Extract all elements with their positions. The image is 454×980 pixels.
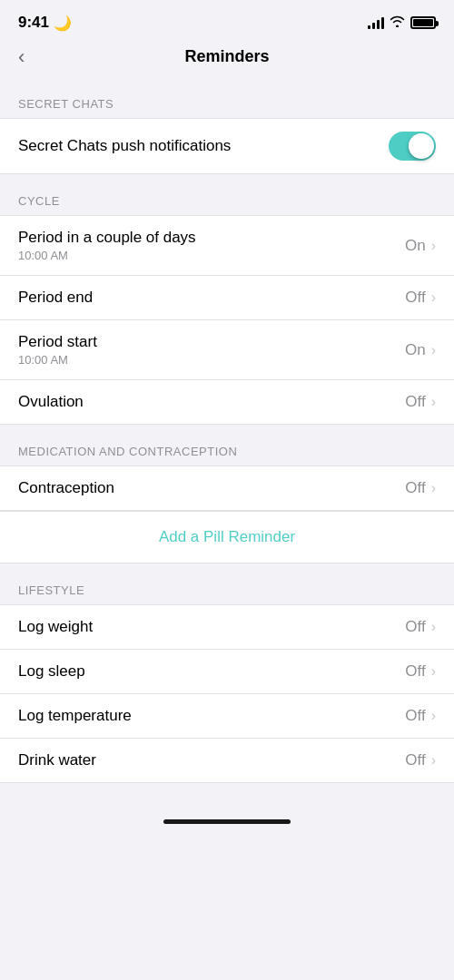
row-value: Off: [405, 289, 425, 307]
section-body-lifestyle: Log weight Off › Log sleep Off › Log tem…: [0, 604, 454, 783]
row-left: Log weight: [18, 618, 93, 636]
chevron-icon: ›: [431, 394, 436, 410]
home-indicator-bar: [163, 819, 291, 824]
row-left: Period in a couple of days 10:00 AM: [18, 229, 196, 262]
row-right: Off ›: [405, 479, 436, 497]
row-left: Ovulation: [18, 393, 84, 411]
section-secret-chats: SECRET CHATS Secret Chats push notificat…: [0, 97, 454, 174]
row-drink-water[interactable]: Drink water Off ›: [0, 739, 454, 782]
row-left: Log temperature: [18, 707, 132, 725]
bottom-spacer: [0, 783, 454, 810]
section-body-cycle: Period in a couple of days 10:00 AM On ›…: [0, 215, 454, 425]
row-right: Off ›: [405, 707, 436, 725]
moon-icon: 🌙: [54, 15, 72, 32]
row-label: Period start: [18, 333, 97, 351]
row-label: Period end: [18, 289, 93, 307]
pill-reminder-link[interactable]: Add a Pill Reminder: [159, 528, 295, 546]
row-left: Drink water: [18, 751, 96, 769]
chevron-icon: ›: [431, 663, 436, 680]
home-indicator: [0, 810, 454, 831]
section-header-secret-chats: SECRET CHATS: [0, 97, 454, 118]
row-label: Drink water: [18, 751, 96, 769]
section-header-medication: MEDICATION AND CONTRACEPTION: [0, 445, 454, 466]
section-cycle: CYCLE Period in a couple of days 10:00 A…: [0, 194, 454, 425]
row-value: Off: [405, 618, 425, 636]
row-secret-chats-push[interactable]: Secret Chats push notifications: [0, 119, 454, 173]
row-right: Off ›: [405, 393, 436, 411]
row-value: Off: [405, 479, 425, 497]
section-body-secret-chats: Secret Chats push notifications: [0, 118, 454, 174]
row-right: On ›: [405, 341, 436, 359]
row-sublabel: 10:00 AM: [18, 249, 196, 262]
row-sublabel: 10:00 AM: [18, 353, 97, 367]
row-label: Log weight: [18, 618, 93, 636]
row-value: Off: [405, 751, 425, 769]
row-log-temperature[interactable]: Log temperature Off ›: [0, 694, 454, 739]
row-value: Off: [405, 662, 425, 681]
section-body-medication: Contraception Off ›: [0, 466, 454, 511]
row-label: Log sleep: [18, 662, 85, 681]
chevron-icon: ›: [431, 480, 436, 496]
row-left: Period start 10:00 AM: [18, 333, 97, 367]
row-label: Log temperature: [18, 707, 132, 725]
row-label: Secret Chats push notifications: [18, 137, 231, 155]
row-label: Ovulation: [18, 393, 84, 411]
row-ovulation[interactable]: Ovulation Off ›: [0, 380, 454, 424]
row-period-end[interactable]: Period end Off ›: [0, 276, 454, 320]
row-left: Log sleep: [18, 662, 85, 681]
row-left: Secret Chats push notifications: [18, 137, 231, 155]
row-label: Period in a couple of days: [18, 229, 196, 247]
row-value: Off: [405, 707, 425, 725]
section-header-lifestyle: LIFESTYLE: [0, 583, 454, 604]
wifi-icon: [390, 15, 405, 30]
chevron-icon: ›: [431, 752, 436, 769]
row-period-couple-days[interactable]: Period in a couple of days 10:00 AM On ›: [0, 216, 454, 276]
pill-reminder-row[interactable]: Add a Pill Reminder: [0, 511, 454, 564]
status-time: 9:41: [18, 14, 49, 32]
page-title: Reminders: [184, 47, 269, 66]
chevron-icon: ›: [431, 342, 436, 358]
toggle-knob: [409, 133, 434, 159]
status-bar: 9:41 🌙: [0, 0, 454, 40]
signal-icon: [368, 16, 384, 29]
row-value: On: [405, 341, 426, 359]
status-icons: [368, 15, 436, 30]
chevron-icon: ›: [431, 289, 436, 306]
section-medication: MEDICATION AND CONTRACEPTION Contracepti…: [0, 445, 454, 511]
page-header: ‹ Reminders: [0, 40, 454, 77]
back-button[interactable]: ‹: [18, 47, 25, 67]
row-right: Off ›: [405, 751, 436, 769]
row-value: On: [405, 237, 426, 255]
row-period-start[interactable]: Period start 10:00 AM On ›: [0, 320, 454, 380]
row-log-sleep[interactable]: Log sleep Off ›: [0, 650, 454, 694]
row-right: Off ›: [405, 662, 436, 681]
row-contraception[interactable]: Contraception Off ›: [0, 466, 454, 510]
row-right: Off ›: [405, 289, 436, 307]
row-log-weight[interactable]: Log weight Off ›: [0, 605, 454, 650]
battery-icon: [410, 16, 436, 29]
row-value: Off: [405, 393, 425, 411]
secret-chats-toggle[interactable]: [389, 132, 436, 161]
row-right: [389, 132, 436, 161]
row-right: Off ›: [405, 618, 436, 636]
row-right: On ›: [405, 237, 436, 255]
row-label: Contraception: [18, 479, 114, 497]
chevron-icon: ›: [431, 619, 436, 635]
section-header-cycle: CYCLE: [0, 194, 454, 215]
section-lifestyle: LIFESTYLE Log weight Off › Log sleep Off…: [0, 583, 454, 783]
row-left: Period end: [18, 289, 93, 307]
chevron-icon: ›: [431, 708, 436, 724]
row-left: Contraception: [18, 479, 114, 497]
chevron-icon: ›: [431, 238, 436, 254]
